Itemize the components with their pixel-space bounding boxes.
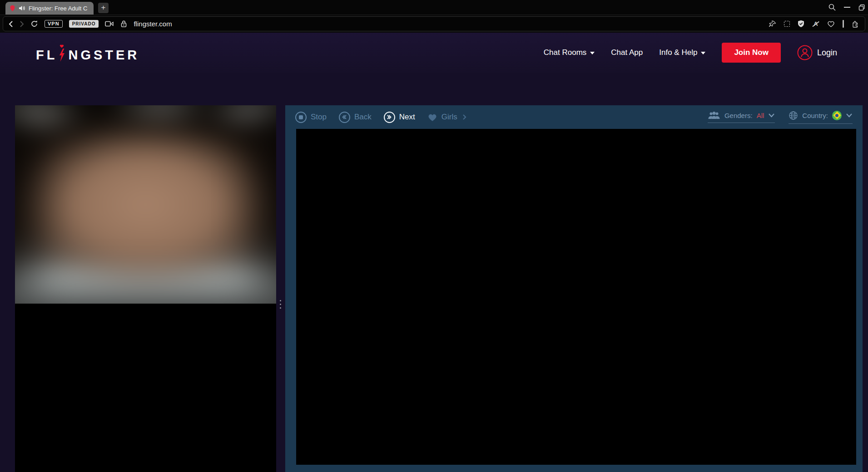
tab-title: Flingster: Free Adult C	[29, 5, 89, 12]
browser-chrome: Flingster: Free Adult C + VPN PRIVA	[0, 0, 868, 33]
shield-check-icon[interactable]	[798, 20, 804, 28]
tab-strip: Flingster: Free Adult C +	[0, 0, 868, 15]
chevron-down-icon	[590, 52, 595, 54]
brazil-flag-icon	[832, 111, 842, 120]
bookmark-heart-icon[interactable]	[827, 20, 835, 27]
stop-button[interactable]: Stop	[295, 112, 327, 123]
nav-chat-rooms-label: Chat Rooms	[544, 48, 586, 57]
avatar-icon	[797, 45, 813, 60]
chevron-down-icon	[846, 113, 853, 118]
girls-label: Girls	[441, 113, 457, 122]
chevron-right-icon	[462, 114, 466, 120]
tab-audio-icon[interactable]	[19, 5, 25, 11]
login-button[interactable]: Login	[797, 45, 837, 60]
flingster-favicon-icon	[10, 5, 15, 12]
logo-bolt-icon	[57, 44, 66, 63]
next-icon	[384, 112, 395, 123]
chevron-down-icon	[768, 113, 775, 118]
site-header: FL NGSTER Chat Rooms Chat App Info & Hel…	[0, 33, 868, 73]
lock-icon[interactable]	[120, 20, 127, 28]
chevron-down-icon	[701, 52, 705, 54]
chat-panel: Stop Back Next	[285, 105, 863, 472]
url-text[interactable]: flingster.com	[134, 20, 172, 28]
left-video-column	[15, 105, 276, 472]
camera-permission-icon[interactable]	[105, 20, 114, 27]
nav-chat-app-label: Chat App	[611, 48, 643, 57]
logo-text-suffix: NGSTER	[68, 47, 139, 63]
stop-icon	[295, 112, 307, 123]
browser-toolbar: VPN PRIVADO flingster.com A	[0, 15, 868, 33]
girls-filter-button[interactable]: Girls	[427, 113, 466, 122]
flingster-page: FL NGSTER Chat Rooms Chat App Info & Hel…	[0, 33, 868, 472]
new-tab-button[interactable]: +	[98, 3, 109, 13]
nav-chat-app[interactable]: Chat App	[611, 48, 643, 57]
back-button[interactable]: Back	[339, 112, 372, 123]
genders-label: Genders:	[724, 112, 753, 119]
country-label: Country:	[802, 112, 828, 119]
webcam-video-vignette	[15, 105, 276, 304]
address-bar[interactable]: VPN PRIVADO flingster.com A	[3, 16, 865, 31]
search-icon[interactable]	[828, 4, 836, 11]
genders-value: All	[757, 112, 764, 119]
main-nav: Chat Rooms Chat App Info & Help Join Now…	[544, 33, 837, 73]
panel-resize-handle[interactable]	[278, 300, 282, 312]
restore-window-button[interactable]	[858, 4, 865, 11]
genders-filter-dropdown[interactable]: Genders: All	[708, 111, 775, 123]
translate-icon[interactable]: A	[812, 20, 819, 28]
reload-icon[interactable]	[30, 20, 38, 28]
back-nav-icon[interactable]	[9, 20, 13, 28]
nav-info-help-label: Info & Help	[659, 48, 697, 57]
back-icon	[339, 112, 350, 123]
chat-control-bar: Stop Back Next	[285, 105, 863, 129]
next-label: Next	[399, 113, 415, 122]
genders-people-icon	[708, 111, 720, 119]
webcam-video-feed	[15, 105, 276, 304]
pin-icon[interactable]	[769, 20, 776, 28]
next-button[interactable]: Next	[384, 112, 415, 123]
vpn-badge[interactable]: VPN	[45, 20, 63, 28]
browser-tab[interactable]: Flingster: Free Adult C	[5, 2, 94, 15]
stop-label: Stop	[311, 113, 327, 122]
join-now-button[interactable]: Join Now	[722, 43, 781, 63]
forward-nav-icon[interactable]	[20, 20, 24, 28]
toolbar-separator	[843, 20, 844, 28]
flingster-logo[interactable]: FL NGSTER	[36, 44, 139, 63]
heart-icon	[427, 113, 437, 122]
back-label: Back	[354, 113, 372, 122]
nav-chat-rooms[interactable]: Chat Rooms	[544, 48, 595, 57]
minimize-window-button[interactable]	[844, 7, 850, 8]
extensions-puzzle-icon[interactable]	[852, 20, 859, 28]
globe-icon	[789, 111, 798, 120]
logo-text-prefix: FL	[36, 47, 57, 63]
country-filter-dropdown[interactable]: Country:	[789, 111, 853, 124]
privado-vpn-badge[interactable]: PRIVADO	[69, 20, 99, 28]
screenshot-icon[interactable]	[784, 21, 790, 27]
remote-video-area	[296, 129, 856, 465]
nav-info-help[interactable]: Info & Help	[659, 48, 705, 57]
login-label: Login	[817, 48, 837, 58]
